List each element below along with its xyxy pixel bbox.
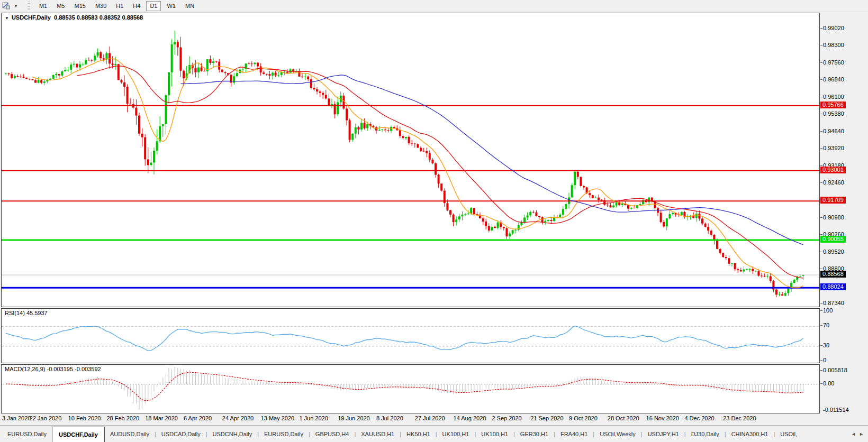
price-axis-tick: 0.96100 <box>823 94 844 100</box>
tab-scroll-right-button[interactable]: ► <box>859 431 864 437</box>
date-label: 8 Jul 2020 <box>376 415 403 421</box>
macd-panel[interactable]: MACD(12,26,9) -0.003195 -0.003592 <box>1 364 820 413</box>
price-axis-tick: 0.93920 <box>823 145 844 151</box>
top-toolbar: ▼ M1M5M15M30H1H4D1W1MN <box>0 0 868 12</box>
macd-label: MACD(12,26,9) -0.003195 -0.003592 <box>5 366 101 372</box>
timeframe-button-D1[interactable]: D1 <box>146 1 161 11</box>
chart-tab-usdcad-daily[interactable]: USDCAD,Daily <box>156 426 206 442</box>
price-axis-tick: 0.99020 <box>823 25 844 31</box>
date-label: 23 Dec 2020 <box>723 415 756 421</box>
hline-price-badge: 0.91709 <box>820 197 846 204</box>
tab-scroll-left-button[interactable]: ◄ <box>851 431 856 437</box>
chart-title-ohlc: 0.88535 0.88583 0.88352 0.88568 <box>54 14 143 21</box>
date-label: 14 Aug 2020 <box>454 415 486 421</box>
price-axis-tick: 0.95380 <box>823 111 844 117</box>
date-label: 24 Apr 2020 <box>222 415 254 421</box>
date-label: 28 Feb 2020 <box>106 415 139 421</box>
macd-axis-tick: 0.005818 <box>823 367 847 373</box>
date-label: 28 Oct 2020 <box>608 415 639 421</box>
rsi-axis-tick: 70 <box>823 322 829 328</box>
macd-axis-tick: -0.011514 <box>823 407 849 413</box>
date-label: 16 Nov 2020 <box>646 415 679 421</box>
date-label: 9 Oct 2020 <box>569 415 598 421</box>
rsi-chart-svg[interactable] <box>2 309 819 363</box>
price-axis-tick: 0.87340 <box>823 300 844 306</box>
price-axis-tick: 0.89520 <box>823 248 844 255</box>
chart-title-symbol: USDCHF,Daily <box>12 14 51 21</box>
date-label: 1 Jun 2020 <box>299 415 328 421</box>
price-axis-tick: 0.97560 <box>823 59 844 66</box>
macd-chart-svg[interactable] <box>2 365 819 413</box>
date-label: 6 Apr 2020 <box>184 415 212 421</box>
chart-tab-ger30-h1[interactable]: GER30,H1 <box>515 426 554 442</box>
timeframe-button-group: M1M5M15M30H1H4D1W1MN <box>34 1 199 11</box>
date-label: 19 Jun 2020 <box>338 415 370 421</box>
timeframe-button-M30[interactable]: M30 <box>92 1 110 11</box>
chart-tab-usdcnh-daily[interactable]: USDCNH,Daily <box>207 426 258 442</box>
chart-tab-eurusd-daily[interactable]: EURUSD,Daily <box>2 426 52 442</box>
rsi-label: RSI(14) 45.5937 <box>5 310 48 316</box>
price-chart-svg[interactable] <box>2 13 819 307</box>
chart-tab-usoil[interactable]: USOil, <box>775 426 802 442</box>
macd-axis-tick: 0.00 <box>823 380 834 386</box>
rsi-panel[interactable]: RSI(14) 45.5937 <box>1 308 820 363</box>
chart-title: ▼USDCHF,Daily 0.88535 0.88583 0.88352 0.… <box>5 14 143 21</box>
price-axis[interactable]: 0.990200.983000.975600.968400.961000.953… <box>821 13 868 415</box>
rsi-axis-tick: 100 <box>823 307 833 314</box>
chart-tab-usdjpy-h1[interactable]: USDJPY,H1 <box>643 426 684 442</box>
mt4-window: { "toolbar": { "timeframes": ["M1","M5",… <box>0 0 868 442</box>
chart-tab-usoil-weekly[interactable]: USOil,Weekly <box>594 426 641 442</box>
date-axis[interactable]: 3 Jan 202022 Jan 202010 Feb 202028 Feb 2… <box>1 413 820 424</box>
hline-price-badge: 0.88024 <box>820 283 846 290</box>
current-price-badge: 0.88568 <box>820 271 846 278</box>
timeframe-button-W1[interactable]: W1 <box>163 1 179 11</box>
price-axis-tick: 0.90980 <box>823 214 844 220</box>
date-label: 22 Jan 2020 <box>30 415 62 421</box>
timeframe-button-M1[interactable]: M1 <box>35 1 51 11</box>
hline-price-badge: 0.93001 <box>820 167 846 173</box>
chart-tab-hk50-h1[interactable]: HK50,H1 <box>401 426 436 442</box>
chart-tab-audusd-daily[interactable]: AUDUSD,Daily <box>105 426 155 442</box>
toolbar-grip <box>28 2 30 10</box>
timeframe-button-M15[interactable]: M15 <box>70 1 89 11</box>
price-axis-tick: 0.92460 <box>823 179 844 186</box>
date-label: 13 May 2020 <box>261 415 295 421</box>
indicators-icon <box>2 2 12 10</box>
chart-tab-bar: EURUSD,DailyUSDCHF,DailyAUDUSD,Daily|USD… <box>0 425 868 442</box>
price-axis-tick: 0.96840 <box>823 76 844 82</box>
timeframe-button-MN[interactable]: MN <box>182 1 198 11</box>
timeframe-button-H1[interactable]: H1 <box>112 1 127 11</box>
chart-tab-usdchf-daily[interactable]: USDCHF,Daily <box>52 427 105 442</box>
date-label: 4 Dec 2020 <box>684 415 714 421</box>
chart-tab-eurusd-daily[interactable]: EURUSD,Daily <box>259 426 309 442</box>
collapse-arrow-icon[interactable]: ▼ <box>5 16 9 21</box>
tab-scroll-controls: ◄► <box>847 426 868 442</box>
timeframe-button-M5[interactable]: M5 <box>53 1 68 11</box>
chart-tools-button[interactable]: ▼ <box>0 0 20 12</box>
chart-tab-uk100-h1[interactable]: UK100,H1 <box>437 426 475 442</box>
hline-price-badge: 0.95766 <box>820 102 846 108</box>
chart-tab-gbpusd-h4[interactable]: GBPUSD,H4 <box>310 426 355 442</box>
chevron-down-icon[interactable]: ▼ <box>14 4 18 8</box>
date-label: 21 Sep 2020 <box>530 415 563 421</box>
date-label: 27 Jul 2020 <box>415 415 445 421</box>
chart-tab-fra40-h1[interactable]: FRA40,H1 <box>555 426 593 442</box>
price-axis-tick: 0.98300 <box>823 42 844 48</box>
date-label: 2 Sep 2020 <box>492 415 521 421</box>
chart-tab-dj30-daily[interactable]: DJ30,Daily <box>686 426 725 442</box>
price-axis-tick: 0.94640 <box>823 128 844 134</box>
hline-price-badge: 0.90055 <box>820 236 846 243</box>
chart-tab-xauusd-h1[interactable]: XAUUSD,H1 <box>356 426 400 442</box>
date-label: 3 Jan 2020 <box>2 415 31 421</box>
rsi-axis-tick: 0 <box>823 357 826 363</box>
rsi-axis-tick: 30 <box>823 342 829 348</box>
date-label: 10 Feb 2020 <box>68 415 101 421</box>
timeframe-button-H4[interactable]: H4 <box>129 1 144 11</box>
chart-tab-uk100-h1[interactable]: UK100,H1 <box>476 426 513 442</box>
price-chart-panel[interactable]: ▼USDCHF,Daily 0.88535 0.88583 0.88352 0.… <box>1 13 820 307</box>
date-label: 18 Mar 2020 <box>145 415 178 421</box>
chart-tab-china300-h1[interactable]: CHINA300,H1 <box>726 426 774 442</box>
